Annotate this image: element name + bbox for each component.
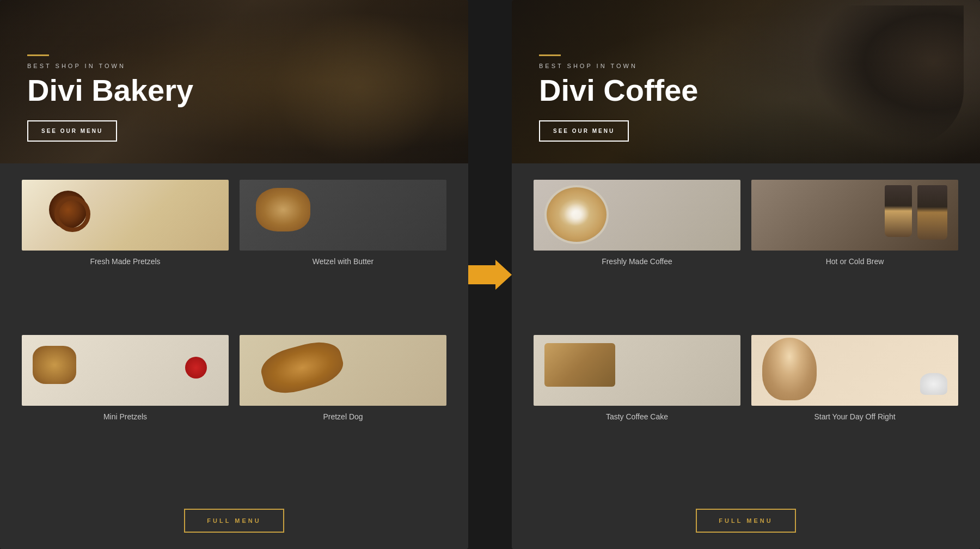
svg-marker-0 xyxy=(468,260,512,290)
bakery-item-pretzels: Fresh Made Pretzels xyxy=(22,180,229,326)
coffee-grid: Freshly Made Coffee Hot or Cold Brew Tas… xyxy=(512,163,980,498)
latte-label: Freshly Made Coffee xyxy=(602,257,672,266)
coffee-grid-row-1: Freshly Made Coffee Hot or Cold Brew xyxy=(534,180,958,326)
coffee-see-menu-button[interactable]: SEE OUR MENU xyxy=(539,120,629,142)
day-right-label: Start Your Day Off Right xyxy=(814,412,895,421)
coffee-panel: BEST SHOP IN TOWN Divi Coffee SEE OUR ME… xyxy=(512,0,980,549)
coffee-footer: FULL MENU xyxy=(512,498,980,549)
main-wrapper: BEST SHOP IN TOWN Divi Bakery SEE OUR ME… xyxy=(0,0,980,549)
bakery-title: Divi Bakery xyxy=(27,74,193,107)
coffee-grid-row-2: Tasty Coffee Cake Start Your Day Off Rig… xyxy=(534,335,958,481)
bakery-grid-row-2: Mini Pretzels Pretzel Dog xyxy=(22,335,446,481)
arrow-container xyxy=(468,260,512,290)
pretzel-dog-image xyxy=(240,335,446,406)
bakery-panel: BEST SHOP IN TOWN Divi Bakery SEE OUR ME… xyxy=(0,0,468,549)
bakery-item-mini-pretzels: Mini Pretzels xyxy=(22,335,229,481)
coffee-subtitle: BEST SHOP IN TOWN xyxy=(539,63,699,69)
right-arrow-icon xyxy=(468,260,512,290)
bakery-hero-content: BEST SHOP IN TOWN Divi Bakery SEE OUR ME… xyxy=(27,54,193,142)
bakery-grid-row-1: Fresh Made Pretzels Wetzel with Butter xyxy=(22,180,446,326)
bakery-footer: FULL MENU xyxy=(0,498,468,549)
bakery-grid: Fresh Made Pretzels Wetzel with Butter M… xyxy=(0,163,468,498)
coffee-title: Divi Coffee xyxy=(539,74,699,107)
mini-pretzels-image xyxy=(22,335,229,406)
coffee-full-menu-button[interactable]: FULL MENU xyxy=(696,509,795,533)
coffee-cake-image xyxy=(534,335,740,406)
coffee-item-cake: Tasty Coffee Cake xyxy=(534,335,740,481)
mini-pretzels-label: Mini Pretzels xyxy=(103,412,147,421)
hero-accent-line xyxy=(27,54,49,56)
coffee-item-day-right: Start Your Day Off Right xyxy=(751,335,958,481)
cold-brew-label: Hot or Cold Brew xyxy=(826,257,884,266)
bakery-item-pretzel-dog: Pretzel Dog xyxy=(240,335,446,481)
coffee-hero: BEST SHOP IN TOWN Divi Coffee SEE OUR ME… xyxy=(512,0,980,163)
coffee-hero-content: BEST SHOP IN TOWN Divi Coffee SEE OUR ME… xyxy=(539,54,699,142)
bakery-see-menu-button[interactable]: SEE OUR MENU xyxy=(27,120,117,142)
wetzel-image xyxy=(240,180,446,251)
bakery-subtitle: BEST SHOP IN TOWN xyxy=(27,63,193,69)
pretzels-image xyxy=(22,180,229,251)
coffee-hero-accent-line xyxy=(539,54,561,56)
bakery-hero: BEST SHOP IN TOWN Divi Bakery SEE OUR ME… xyxy=(0,0,468,163)
wetzel-label: Wetzel with Butter xyxy=(313,257,374,266)
coffee-cake-label: Tasty Coffee Cake xyxy=(606,412,668,421)
coffee-item-latte: Freshly Made Coffee xyxy=(534,180,740,326)
pretzels-label: Fresh Made Pretzels xyxy=(90,257,160,266)
cold-brew-image xyxy=(751,180,958,251)
day-right-image xyxy=(751,335,958,406)
bakery-item-wetzel: Wetzel with Butter xyxy=(240,180,446,326)
bakery-full-menu-button[interactable]: FULL MENU xyxy=(184,509,284,533)
coffee-item-cold-brew: Hot or Cold Brew xyxy=(751,180,958,326)
pretzel-dog-label: Pretzel Dog xyxy=(323,412,363,421)
latte-image xyxy=(534,180,740,251)
